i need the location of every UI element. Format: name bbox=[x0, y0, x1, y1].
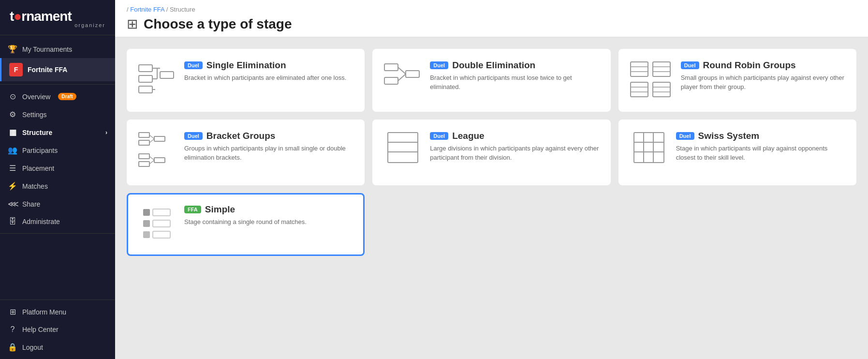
svg-rect-38 bbox=[634, 133, 664, 163]
breadcrumb-tournament[interactable]: Fortnite FFA bbox=[130, 6, 164, 13]
svg-rect-47 bbox=[143, 231, 150, 238]
sidebar-nav: 🏆 My Tournaments F Fortnite FFA ⊙ Overvi… bbox=[0, 35, 115, 299]
platform-menu-label: Platform Menu bbox=[22, 308, 66, 316]
svg-rect-8 bbox=[384, 64, 398, 71]
sidebar-item-platform-menu[interactable]: ⊞ Platform Menu bbox=[0, 303, 115, 321]
single-elimination-title: Single Elimination bbox=[206, 60, 286, 71]
svg-line-31 bbox=[149, 135, 154, 139]
sidebar-divider-1 bbox=[0, 84, 115, 85]
simple-title: Simple bbox=[205, 204, 235, 215]
sidebar-item-settings[interactable]: ⚙ Settings bbox=[0, 105, 115, 123]
structure-icon: ▦ bbox=[8, 128, 17, 137]
simple-badge: FFA bbox=[184, 206, 201, 213]
single-elimination-badge: Duel bbox=[184, 61, 203, 69]
svg-line-12 bbox=[398, 74, 406, 81]
stage-card-bracket-groups[interactable]: Duel Bracket Groups Groups in which part… bbox=[127, 120, 365, 185]
tournament-name: Fortnite FFA bbox=[28, 66, 67, 74]
stage-grid: Duel Single Elimination Bracket in which… bbox=[127, 49, 856, 256]
svg-rect-25 bbox=[139, 133, 149, 137]
league-title-row: Duel League bbox=[430, 131, 599, 141]
simple-title-row: FFA Simple bbox=[184, 204, 353, 215]
svg-rect-30 bbox=[154, 158, 165, 163]
bracket-groups-title: Bracket Groups bbox=[206, 131, 276, 141]
structure-label: Structure bbox=[22, 129, 52, 136]
sidebar-item-placement[interactable]: ☰ Placement bbox=[0, 159, 115, 177]
participants-label: Participants bbox=[22, 147, 58, 154]
bracket-groups-badge: Duel bbox=[184, 132, 203, 140]
svg-rect-48 bbox=[153, 231, 170, 238]
placement-label: Placement bbox=[22, 165, 54, 172]
simple-desc: Stage containing a single round of match… bbox=[184, 218, 353, 227]
swiss-system-desc: Stage in which participants will play ag… bbox=[676, 144, 845, 163]
double-elimination-title: Double Elimination bbox=[452, 60, 535, 71]
logo-area: t●rnament organizer bbox=[0, 0, 115, 35]
overview-icon: ⊙ bbox=[8, 92, 17, 101]
svg-rect-44 bbox=[153, 209, 170, 216]
svg-rect-1 bbox=[139, 75, 152, 82]
breadcrumb-section: Structure bbox=[170, 6, 195, 13]
platform-menu-icon: ⊞ bbox=[8, 307, 17, 316]
svg-rect-10 bbox=[406, 71, 419, 77]
svg-rect-43 bbox=[143, 209, 150, 216]
svg-rect-28 bbox=[139, 154, 149, 159]
sidebar-bottom: ⊞ Platform Menu ? Help Center 🔒 Logout bbox=[0, 299, 115, 359]
league-icon bbox=[383, 131, 422, 165]
svg-rect-9 bbox=[384, 77, 398, 84]
stage-card-round-robin[interactable]: Duel Round Robin Groups Small groups in … bbox=[618, 49, 856, 112]
round-robin-icon bbox=[630, 60, 673, 99]
double-elimination-info: Duel Double Elimination Bracket in which… bbox=[430, 60, 599, 92]
sidebar-item-my-tournaments[interactable]: 🏆 My Tournaments bbox=[0, 40, 115, 58]
sidebar-item-participants[interactable]: 👥 Participants bbox=[0, 141, 115, 159]
participants-icon: 👥 bbox=[8, 146, 17, 155]
tournament-icon: F bbox=[9, 63, 23, 76]
stage-card-single-elimination[interactable]: Duel Single Elimination Bracket in which… bbox=[127, 49, 365, 112]
swiss-system-title: Swiss System bbox=[698, 131, 760, 141]
round-robin-title-row: Duel Round Robin Groups bbox=[681, 60, 845, 71]
stage-card-double-elimination[interactable]: Duel Double Elimination Bracket in which… bbox=[372, 49, 610, 112]
sidebar-item-logout[interactable]: 🔒 Logout bbox=[0, 338, 115, 356]
svg-line-34 bbox=[149, 160, 154, 164]
sidebar-item-overview[interactable]: ⊙ Overview Draft bbox=[0, 88, 115, 105]
svg-rect-46 bbox=[153, 220, 170, 227]
logout-label: Logout bbox=[22, 344, 43, 351]
double-elimination-title-row: Duel Double Elimination bbox=[430, 60, 599, 71]
single-elimination-icon bbox=[138, 60, 177, 99]
round-robin-info: Duel Round Robin Groups Small groups in … bbox=[681, 60, 845, 92]
single-elimination-info: Duel Single Elimination Bracket in which… bbox=[184, 60, 353, 83]
simple-info: FFA Simple Stage containing a single rou… bbox=[184, 204, 353, 227]
svg-rect-35 bbox=[388, 133, 418, 163]
bracket-groups-title-row: Duel Bracket Groups bbox=[184, 131, 353, 141]
svg-rect-13 bbox=[631, 62, 648, 76]
league-info: Duel League Large divisions in which par… bbox=[430, 131, 599, 163]
double-elimination-badge: Duel bbox=[430, 61, 448, 69]
stage-card-swiss-system[interactable]: Duel Swiss System Stage in which partici… bbox=[618, 120, 856, 185]
svg-rect-26 bbox=[139, 140, 149, 145]
single-elimination-desc: Bracket in which participants are elimin… bbox=[184, 74, 353, 83]
settings-label: Settings bbox=[22, 111, 47, 119]
sidebar-item-structure[interactable]: ▦ Structure › bbox=[0, 123, 115, 141]
svg-line-11 bbox=[398, 67, 406, 74]
bracket-groups-icon bbox=[138, 131, 177, 174]
stage-card-league[interactable]: Duel League Large divisions in which par… bbox=[372, 120, 610, 185]
matches-label: Matches bbox=[22, 182, 48, 190]
main-content: / Fortnite FFA / Structure ⊞ Choose a ty… bbox=[115, 0, 868, 359]
simple-icon bbox=[138, 204, 177, 243]
placement-icon: ☰ bbox=[8, 164, 17, 173]
swiss-system-icon bbox=[630, 131, 668, 165]
my-tournaments-label: My Tournaments bbox=[22, 45, 72, 53]
structure-chevron: › bbox=[105, 129, 107, 136]
settings-icon: ⚙ bbox=[8, 110, 17, 119]
sidebar-item-matches[interactable]: ⚡ Matches bbox=[0, 177, 115, 195]
svg-line-33 bbox=[149, 156, 154, 160]
league-title: League bbox=[452, 131, 485, 141]
double-elimination-desc: Bracket in which participants must lose … bbox=[430, 74, 599, 92]
stage-card-simple[interactable]: FFA Simple Stage containing a single rou… bbox=[127, 193, 365, 256]
sidebar-item-share[interactable]: ⋘ Share bbox=[0, 195, 115, 213]
sidebar-item-help-center[interactable]: ? Help Center bbox=[0, 321, 115, 338]
swiss-system-badge: Duel bbox=[676, 132, 694, 140]
share-icon: ⋘ bbox=[8, 199, 17, 209]
svg-rect-16 bbox=[653, 62, 670, 76]
sidebar-item-fortnite-ffa[interactable]: F Fortnite FFA bbox=[0, 58, 115, 81]
breadcrumb: / Fortnite FFA / Structure bbox=[127, 6, 856, 13]
sidebar-item-administrate[interactable]: 🗄 Administrate bbox=[0, 213, 115, 230]
